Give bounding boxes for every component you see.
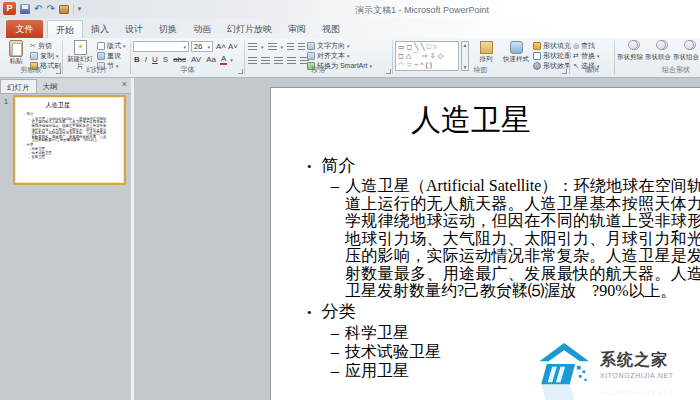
group-label-slides: 幻灯片 — [63, 65, 130, 75]
bullet-icon: • — [307, 159, 312, 174]
strikethrough-button[interactable]: abc — [172, 55, 187, 64]
tab-slideshow[interactable]: 幻灯片放映 — [219, 20, 280, 38]
paste-icon — [9, 40, 23, 57]
tab-insert[interactable]: 插入 — [83, 20, 117, 38]
quick-styles-button[interactable]: 快速样式 — [500, 40, 532, 66]
replace-label: 替换 — [581, 51, 595, 61]
tab-file[interactable]: 文件 — [6, 20, 43, 38]
save-icon[interactable] — [20, 4, 30, 14]
align-center-icon[interactable] — [261, 57, 270, 64]
arrange-icon — [480, 41, 493, 54]
shape-fill-button[interactable]: 形状填充 — [533, 41, 571, 50]
bold-button[interactable]: B — [133, 55, 141, 64]
cut-button[interactable]: ✂ 剪切 — [30, 41, 52, 50]
slide-thumbnail-content: 人造卫星 •简介 –人造卫星（Artificial Satellite）：环绕地… — [16, 98, 124, 182]
font-color-button[interactable]: A — [220, 54, 227, 65]
tab-animations[interactable]: 动画 — [185, 20, 219, 38]
shape-outline-button[interactable]: 形状轮廓 — [533, 51, 571, 60]
slide-thumbnail[interactable]: 人造卫星 •简介 –人造卫星（Artificial Satellite）：环绕地… — [13, 95, 126, 185]
arrange-label: 排列 — [473, 55, 499, 62]
redo-icon[interactable]: ↷ — [46, 4, 54, 14]
reset-button[interactable]: 重设 — [97, 51, 121, 60]
font-name-combo[interactable]: ▾ — [133, 41, 189, 52]
window-title: 演示文稿1 - Microsoft PowerPoint — [355, 4, 489, 17]
tab-transitions[interactable]: 切换 — [151, 20, 185, 38]
paragraph-dialog-launcher-icon[interactable] — [386, 69, 391, 74]
group-font: ▾ 26▾ A˄ A˅ B I U S abc AV Aa A ▾ 字体 — [131, 38, 244, 76]
cut-icon: ✂ — [30, 41, 36, 51]
slides-pane: 幻灯片 大纲 × 1 人造卫星 •简介 –人造卫星（Artificial Sat… — [0, 78, 131, 400]
slide-number: 1 — [4, 98, 8, 105]
layout-button[interactable]: 版式 ▾ — [97, 41, 126, 50]
decrease-indent-icon[interactable] — [287, 43, 294, 50]
bullets-icon[interactable] — [248, 43, 257, 50]
find-button[interactable]: ◎ 查找 — [573, 41, 595, 50]
quick-styles-icon — [510, 41, 523, 54]
layout-icon — [97, 42, 105, 50]
replace-button[interactable]: ⇄ 替换 ▾ — [573, 51, 599, 60]
shape-union-label: 形状联合 — [644, 53, 672, 60]
tab-view[interactable]: 视图 — [314, 20, 348, 38]
group-label-font: 字体 — [131, 65, 244, 75]
shrink-font-button[interactable]: A˅ — [228, 42, 238, 51]
slide-title[interactable]: 人造卫星 — [301, 100, 641, 141]
pane-tab-outline[interactable]: 大纲 — [37, 79, 64, 93]
underline-button[interactable]: U — [151, 55, 159, 64]
powerpoint-window: P ↶ ↷ ▾ 演示文稿1 - Microsoft PowerPoint 文件 … — [0, 0, 700, 400]
tab-home[interactable]: 开始 — [47, 20, 83, 38]
text-direction-button[interactable]: 文字方向 ▾ — [307, 41, 350, 50]
qat-separator — [73, 4, 74, 15]
pane-close-icon[interactable]: × — [122, 79, 127, 89]
text-shadow-button[interactable]: S — [162, 55, 169, 64]
font-buttons-row: B I U S abc AV Aa A ▾ — [133, 55, 233, 64]
clipboard-dialog-launcher-icon[interactable] — [56, 69, 61, 74]
group-combine-shapes: 形状剪除 形状联合 形状组合 形状交点 组合形状 — [616, 38, 700, 76]
increase-indent-icon[interactable] — [298, 43, 305, 50]
replace-icon: ⇄ — [573, 52, 579, 60]
paste-label: 粘贴 — [1, 57, 31, 64]
shape-union-button[interactable]: 形状联合 — [644, 40, 672, 66]
slideshow-icon[interactable] — [59, 5, 69, 14]
pane-tab-slides[interactable]: 幻灯片 — [0, 79, 37, 93]
undo-icon[interactable]: ↶ — [34, 4, 42, 14]
thumb-paragraph: 人造卫星（Artificial Satellite）：环绕地球在空间轨道上运行的… — [31, 117, 106, 142]
shapes-row-2: ◻ △ ⌒ ⇨ ⇩ ◇ — [398, 51, 458, 60]
align-left-icon[interactable] — [248, 57, 257, 64]
copy-button[interactable]: 复制 ▾ — [30, 51, 59, 60]
copy-label: 复制 — [40, 51, 54, 61]
house-logo-icon — [538, 342, 594, 386]
arrange-button[interactable]: 排列 — [473, 40, 499, 66]
group-paragraph: ▾ ▾ 文字方向 ▾ 对齐文本 ▾ — [245, 38, 392, 76]
shape-combine-label: 形状组合 — [672, 53, 700, 60]
find-label: 查找 — [581, 41, 595, 51]
qat-customize-dropdown-icon[interactable]: ▾ — [78, 5, 82, 13]
powerpoint-app-icon[interactable]: P — [3, 2, 16, 15]
watermark-domain: XITONGZHIJIA.NET — [600, 372, 674, 379]
shape-subtract-icon — [621, 40, 639, 53]
watermark-name: 系统之家 — [600, 350, 674, 371]
shape-combine-button[interactable]: 形状组合 — [672, 40, 700, 66]
align-text-button[interactable]: 对齐文本 ▾ — [307, 51, 350, 60]
shape-subtract-button[interactable]: 形状剪除 — [616, 40, 644, 66]
new-slide-button[interactable]: 新建幻灯片 — [65, 40, 95, 66]
font-size-combo[interactable]: 26▾ — [191, 41, 213, 52]
group-label-drawing: 绘图 — [393, 65, 568, 75]
character-spacing-button[interactable]: AV — [190, 55, 202, 64]
align-right-icon[interactable] — [274, 57, 283, 64]
paste-button[interactable]: 粘贴 — [1, 40, 31, 66]
change-case-button[interactable]: Aa — [205, 55, 217, 64]
drawing-dialog-launcher-icon[interactable] — [562, 69, 567, 74]
tab-design[interactable]: 设计 — [117, 20, 151, 38]
justify-icon[interactable] — [287, 57, 296, 64]
scroll-up-icon[interactable]: ▲ — [463, 42, 468, 48]
dash-icon: – — [331, 324, 339, 341]
tab-review[interactable]: 审阅 — [280, 20, 314, 38]
font-dialog-launcher-icon[interactable] — [238, 69, 243, 74]
numbering-icon[interactable] — [268, 43, 277, 50]
shape-subtract-label: 形状剪除 — [616, 53, 644, 60]
italic-button[interactable]: I — [144, 55, 148, 64]
paragraph-intro: –人造卫星（Artificial Satellite）：环绕地球在空间轨道上运行… — [331, 177, 700, 300]
group-clipboard: 粘贴 ✂ 剪切 复制 ▾ 格式刷 剪贴板 — [0, 38, 62, 76]
grow-font-button[interactable]: A˄ — [216, 42, 226, 51]
group-slides: 新建幻灯片 版式 ▾ 重设 节 ▾ 幻灯片 — [63, 38, 130, 76]
